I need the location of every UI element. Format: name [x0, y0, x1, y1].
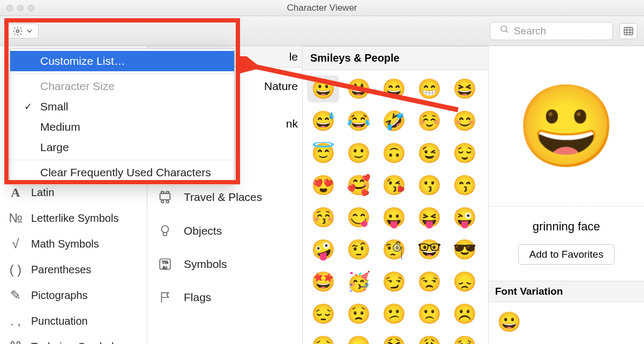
emoji-cell[interactable]: 😋 [342, 204, 375, 231]
svg-text:&♪: &♪ [163, 265, 168, 270]
emoji-cell[interactable]: 😀 [307, 76, 339, 102]
emoji-cell[interactable]: 🙃 [378, 140, 410, 167]
sidebar-item-objects[interactable]: Objects [147, 214, 302, 248]
font-variation-header: Font Variation [489, 281, 644, 302]
emoji-cell[interactable]: 😒 [413, 268, 445, 295]
travel-icon [157, 190, 173, 205]
sidebar-item-punctuation[interactable]: . ,Punctuation [0, 308, 147, 334]
grid-section-header: Smileys & People [303, 46, 488, 70]
emoji-cell[interactable]: 😣 [307, 333, 339, 344]
svg-point-13 [162, 226, 169, 233]
emoji-cell[interactable]: 😔 [307, 301, 339, 327]
emoji-cell[interactable]: 😄 [378, 76, 410, 102]
gear-menu-button[interactable] [6, 24, 39, 39]
emoji-cell[interactable]: 🤨 [342, 236, 375, 263]
svg-rect-14 [163, 233, 167, 235]
emoji-cell[interactable]: 😁 [413, 76, 445, 102]
emoji-cell[interactable]: 🥳 [342, 268, 375, 295]
character-grid-panel: Smileys & People 😀😃😄😁😆😅😂🤣☺️😊😇🙂🙃😉😌😍🥰😘😗😙😚😋… [303, 46, 489, 344]
toolbar: Search [0, 16, 644, 46]
emoji-cell[interactable]: 😞 [448, 268, 481, 295]
preview-glyph: 😀 [516, 79, 617, 174]
emoji-cell[interactable]: 😇 [307, 140, 339, 167]
emoji-cell[interactable]: 😅 [307, 108, 339, 134]
menu-size-large[interactable]: Large [10, 137, 234, 158]
flag-icon [157, 290, 173, 304]
emoji-cell[interactable]: 😝 [413, 204, 445, 231]
sidebar-item-symbols[interactable]: T%&♪ Symbols [147, 248, 302, 281]
add-to-favorites-button[interactable]: Add to Favorites [518, 244, 615, 265]
sidebar-item-letterlike[interactable]: №Letterlike Symbols [0, 205, 147, 231]
character-name: grinning face [489, 207, 644, 239]
svg-point-11 [161, 200, 164, 203]
emoji-cell[interactable]: 🤓 [413, 236, 445, 263]
emoji-cell[interactable]: 😫 [378, 333, 410, 344]
emoji-cell[interactable]: 😗 [413, 172, 445, 199]
emoji-cell[interactable]: 😊 [448, 108, 481, 134]
svg-rect-8 [160, 193, 170, 200]
emoji-cell[interactable]: ☺️ [413, 108, 445, 134]
emoji-cell[interactable]: 😙 [448, 172, 481, 199]
emoji-cell[interactable]: 🤪 [307, 236, 339, 263]
emoji-cell[interactable]: 😟 [342, 301, 375, 327]
checkmark-icon: ✓ [24, 101, 32, 113]
gear-icon [12, 26, 23, 36]
emoji-cell[interactable]: 😉 [413, 140, 445, 167]
emoji-cell[interactable]: 😏 [378, 268, 410, 295]
detail-panel: 😀 grinning face Add to Favorites Font Va… [489, 46, 644, 344]
emoji-cell[interactable]: 🧐 [378, 236, 410, 263]
punctuation-icon: . , [8, 313, 24, 328]
svg-line-2 [506, 31, 508, 33]
sidebar-item-parentheses[interactable]: ( )Parentheses [0, 257, 147, 282]
menu-clear-frequent[interactable]: Clear Frequently Used Characters [10, 162, 234, 183]
emoji-cell[interactable]: 🙂 [342, 140, 375, 167]
svg-point-1 [501, 26, 507, 32]
preview-area: 😀 [489, 46, 644, 207]
menu-customize-list[interactable]: Customize List… [10, 51, 234, 71]
math-icon: √ [8, 236, 24, 251]
emoji-cell[interactable]: 😕 [378, 301, 410, 327]
emoji-cell[interactable]: 😜 [448, 204, 481, 231]
emoji-cell[interactable]: 🤣 [378, 108, 410, 134]
emoji-cell[interactable]: 😆 [448, 76, 481, 102]
emoji-cell[interactable]: 😌 [448, 140, 481, 167]
emoji-cell[interactable]: 🙁 [413, 301, 445, 327]
svg-point-0 [17, 29, 19, 32]
sidebar-item-technical[interactable]: ⌘Technic…Symbols [0, 334, 147, 344]
peek-text: nk [276, 117, 298, 130]
sidebar-item-math[interactable]: √Math Symbols [0, 231, 147, 257]
traffic-lights [0, 5, 34, 11]
emoji-cell[interactable]: 😖 [342, 333, 375, 344]
sidebar-item-pictographs[interactable]: ✎Pictographs [0, 282, 147, 308]
search-field[interactable]: Search [490, 22, 613, 40]
peek-text: Nature [254, 80, 298, 93]
emoji-cell[interactable]: 😘 [378, 172, 410, 199]
menu-size-medium[interactable]: Medium [10, 117, 234, 137]
technical-icon: ⌘ [8, 339, 24, 344]
menu-separator [10, 160, 234, 160]
emoji-cell[interactable]: 😍 [307, 172, 339, 199]
emoji-cell[interactable]: 🤩 [307, 268, 339, 295]
zoom-window[interactable] [28, 5, 34, 11]
symbols-icon: T%&♪ [157, 257, 173, 271]
emoji-cell[interactable]: 🥺 [448, 333, 481, 344]
menu-size-label: Character Size [10, 76, 234, 96]
font-variation-glyph[interactable]: 😀 [489, 302, 644, 342]
emoji-cell[interactable]: 😩 [413, 333, 445, 344]
emoji-cell[interactable]: 🥰 [342, 172, 375, 199]
emoji-cell[interactable]: 😚 [307, 204, 339, 231]
search-placeholder: Search [514, 25, 546, 37]
emoji-grid: 😀😃😄😁😆😅😂🤣☺️😊😇🙂🙃😉😌😍🥰😘😗😙😚😋😛😝😜🤪🤨🧐🤓😎🤩🥳😏😒😞😔😟😕🙁… [303, 70, 488, 344]
menu-size-small[interactable]: ✓ Small [10, 96, 234, 117]
emoji-cell[interactable]: 😎 [448, 236, 481, 263]
sidebar-item-flags[interactable]: Flags [147, 281, 302, 314]
peek-text: le [280, 50, 298, 63]
compact-view-toggle[interactable] [619, 23, 638, 39]
emoji-cell[interactable]: 😛 [378, 204, 410, 231]
svg-rect-3 [624, 27, 633, 35]
close-window[interactable] [6, 5, 13, 11]
emoji-cell[interactable]: 😂 [342, 108, 375, 134]
minimize-window[interactable] [17, 5, 24, 11]
emoji-cell[interactable]: 😃 [342, 76, 375, 102]
emoji-cell[interactable]: ☹️ [448, 301, 481, 327]
